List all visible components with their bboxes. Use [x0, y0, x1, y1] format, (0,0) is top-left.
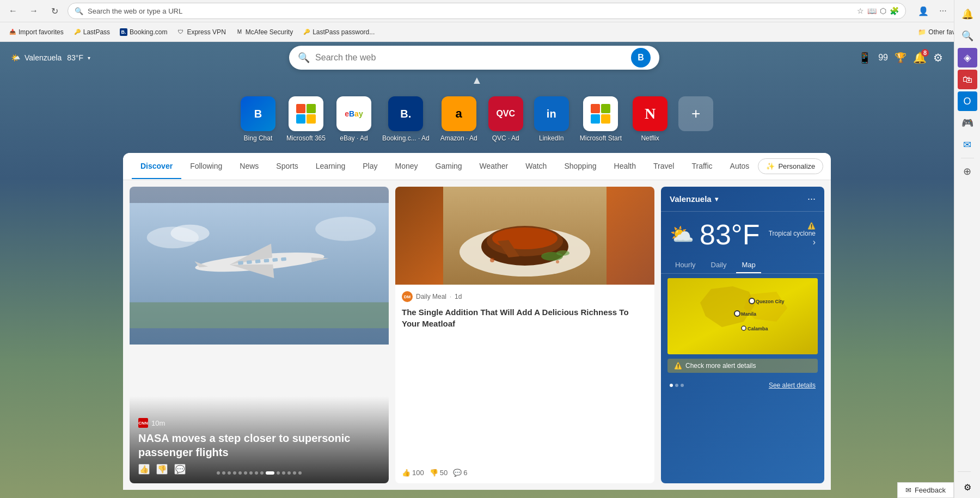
- tab-money[interactable]: Money: [387, 154, 427, 179]
- tab-news[interactable]: News: [231, 154, 267, 179]
- side-story[interactable]: DM Daily Meal · 1d The Single Addition T…: [395, 187, 654, 483]
- dot-15[interactable]: [298, 471, 302, 475]
- weather-location[interactable]: Valenzuela ▾: [670, 194, 718, 204]
- weather-alert[interactable]: ⚠️ Check more alert details: [667, 359, 818, 373]
- dot-14[interactable]: [293, 471, 296, 475]
- feedback-button[interactable]: ✉ Feedback: [897, 482, 954, 498]
- personalize-label: Personalize: [778, 162, 815, 170]
- tab-weather[interactable]: Weather: [471, 154, 517, 179]
- sidebar-outlook-icon[interactable]: ✉: [958, 135, 977, 155]
- svg-text:Manila: Manila: [741, 311, 757, 317]
- quicklink-amazon[interactable]: a Amazon · Ad: [440, 96, 477, 142]
- qvc-label: QVC · Ad: [492, 134, 519, 142]
- main-story[interactable]: CNN 10m NASA moves a step closer to supe…: [130, 187, 389, 483]
- quicklink-linkedin[interactable]: in LinkedIn: [534, 96, 569, 142]
- see-alert-link[interactable]: See alert details: [769, 382, 816, 389]
- tab-shopping[interactable]: Shopping: [555, 154, 605, 179]
- tab-watch[interactable]: Watch: [517, 154, 555, 179]
- fav-import[interactable]: 📥 Import favorites: [4, 26, 68, 38]
- favorites-bar: 📥 Import favorites 🔑 LastPass B. Booking…: [0, 22, 980, 41]
- dot-9[interactable]: [260, 471, 264, 475]
- weather-dot-1[interactable]: [670, 384, 673, 387]
- quicklink-ebay[interactable]: eBay eBay · Ad: [336, 96, 371, 142]
- favorites-icon[interactable]: ☆: [857, 7, 864, 15]
- sidebar-shopping-icon[interactable]: 🛍: [958, 70, 977, 89]
- weather-tab-hourly[interactable]: Hourly: [670, 257, 701, 273]
- location-weather[interactable]: 🌤️ Valenzuela 83°F ▾: [11, 53, 90, 62]
- fav-lastpass-pwd[interactable]: 🔑 LastPass password...: [298, 26, 379, 38]
- dot-13[interactable]: [287, 471, 291, 475]
- dot-8[interactable]: [255, 471, 258, 475]
- quicklink-add[interactable]: +: [678, 96, 713, 142]
- search-bar[interactable]: 🔍 B: [289, 46, 659, 70]
- user-profile-button[interactable]: 👤: [915, 2, 932, 20]
- dot-11[interactable]: [277, 471, 280, 475]
- thumbs-down-button[interactable]: 👎: [156, 464, 168, 475]
- weather-tab-daily[interactable]: Daily: [706, 257, 732, 273]
- quicklink-msstart[interactable]: Microsoft Start: [580, 96, 622, 142]
- sidebar-add-icon[interactable]: ⊕: [958, 162, 977, 181]
- tab-discover[interactable]: Discover: [132, 154, 181, 179]
- thumbs-up-stat-icon: 👍: [402, 469, 411, 477]
- fav-booking[interactable]: B. Booking.com: [115, 26, 171, 38]
- quicklink-m365[interactable]: Microsoft 365: [286, 96, 326, 142]
- sidebar-search-icon[interactable]: 🔍: [958, 26, 977, 46]
- tab-learning[interactable]: Learning: [307, 154, 354, 179]
- dot-2[interactable]: [222, 471, 225, 475]
- settings-bottom-button[interactable]: ⚙: [954, 476, 980, 498]
- dot-1[interactable]: [217, 471, 220, 475]
- tab-traffic[interactable]: Traffic: [683, 154, 721, 179]
- quicklink-booking[interactable]: B. Booking.c... · Ad: [382, 96, 430, 142]
- dot-3[interactable]: [228, 471, 231, 475]
- sidebar-games-icon[interactable]: 🎮: [958, 113, 977, 133]
- dot-5[interactable]: [238, 471, 242, 475]
- fav-lastpass[interactable]: 🔑 LastPass: [69, 26, 114, 38]
- dot-10-active[interactable]: [266, 471, 274, 475]
- notification-count-badge: 8: [921, 49, 929, 57]
- thumbs-up-button[interactable]: 👍: [138, 464, 150, 475]
- quicklink-netflix[interactable]: N Netflix: [633, 96, 667, 142]
- dot-12[interactable]: [282, 471, 285, 475]
- credits-count[interactable]: 99: [878, 53, 888, 63]
- tab-travel[interactable]: Travel: [645, 154, 683, 179]
- bing-search-button[interactable]: B: [631, 48, 651, 67]
- fav-lastpass-pwd-label: LastPass password...: [313, 28, 375, 36]
- collapse-quicklinks-button[interactable]: ▲: [0, 74, 954, 87]
- weather-dot-3[interactable]: [681, 384, 684, 387]
- dot-4[interactable]: [233, 471, 236, 475]
- weather-dot-2[interactable]: [675, 384, 678, 387]
- search-input[interactable]: [315, 53, 626, 63]
- dailymeal-icon: DM: [402, 291, 413, 302]
- dot-6[interactable]: [244, 471, 247, 475]
- weather-menu-button[interactable]: ···: [807, 193, 816, 205]
- quicklink-bing-chat[interactable]: B Bing Chat: [241, 96, 275, 142]
- fav-expressvpn[interactable]: 🛡 Express VPN: [173, 26, 230, 38]
- comment-button[interactable]: 💬: [174, 464, 186, 475]
- address-bar[interactable]: 🔍 Search the web or type a URL ☆ 📖 ⬡ 🧩: [68, 3, 906, 19]
- extensions-icon[interactable]: 🧩: [890, 7, 899, 15]
- forward-button[interactable]: →: [25, 2, 42, 20]
- weather-tab-map[interactable]: Map: [736, 257, 761, 273]
- svg-point-28: [734, 311, 740, 316]
- device-icon[interactable]: 📱: [858, 51, 872, 64]
- tab-play[interactable]: Play: [354, 154, 386, 179]
- rewards-icon[interactable]: 🏆: [895, 52, 906, 64]
- sidebar-office-icon[interactable]: O: [958, 91, 977, 111]
- tab-autos[interactable]: Autos: [721, 154, 758, 179]
- fav-mcafee[interactable]: M McAfee Security: [231, 26, 297, 38]
- personalize-button[interactable]: ✨ Personalize: [758, 158, 823, 174]
- collections-icon[interactable]: ⬡: [880, 7, 886, 15]
- tab-sports[interactable]: Sports: [267, 154, 307, 179]
- sidebar-notifications-icon[interactable]: 🔔: [958, 4, 977, 24]
- back-button[interactable]: ←: [4, 2, 22, 20]
- reading-mode-icon[interactable]: 📖: [867, 7, 877, 15]
- dot-7[interactable]: [249, 471, 253, 475]
- tab-gaming[interactable]: Gaming: [427, 154, 471, 179]
- refresh-button[interactable]: ↻: [46, 2, 63, 20]
- more-options-button[interactable]: ···: [934, 2, 952, 20]
- quicklink-qvc[interactable]: QVC QVC · Ad: [488, 96, 523, 142]
- sidebar-collections-icon[interactable]: ◈: [958, 48, 977, 67]
- tab-following[interactable]: Following: [181, 154, 231, 179]
- settings-icon[interactable]: ⚙: [933, 51, 943, 64]
- tab-health[interactable]: Health: [605, 154, 645, 179]
